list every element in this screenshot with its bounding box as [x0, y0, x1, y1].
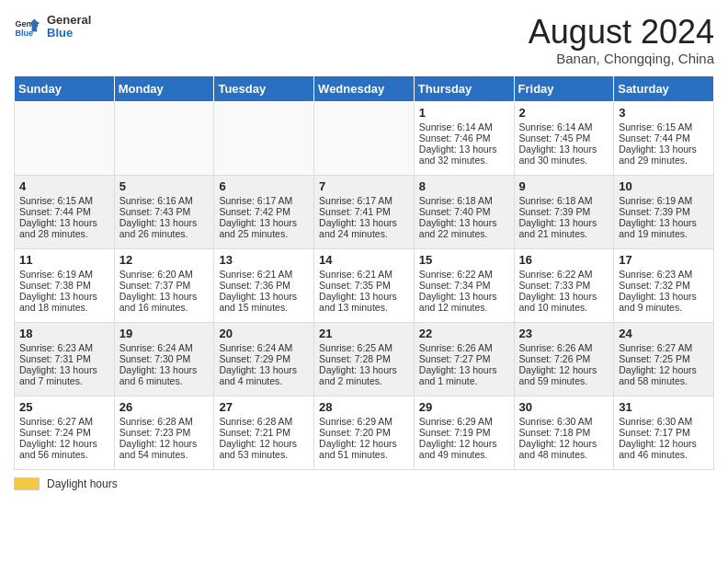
day-number: 27	[219, 400, 309, 414]
cell-text: Sunrise: 6:17 AM	[319, 195, 409, 206]
cell-text: and 7 minutes.	[19, 375, 109, 386]
day-number: 28	[319, 400, 409, 414]
cell-text: and 54 minutes.	[119, 449, 210, 460]
cell-text: Sunrise: 6:27 AM	[19, 416, 109, 427]
day-number: 26	[119, 400, 210, 414]
week-row-1: 1Sunrise: 6:14 AMSunset: 7:46 PMDaylight…	[15, 101, 714, 175]
day-number: 14	[319, 253, 409, 267]
calendar-cell: 26Sunrise: 6:28 AMSunset: 7:23 PMDayligh…	[114, 396, 214, 469]
logo-blue: Blue	[47, 27, 91, 40]
day-number: 17	[619, 253, 709, 267]
cell-text: Sunrise: 6:30 AM	[519, 416, 609, 427]
calendar-cell: 5Sunrise: 6:16 AMSunset: 7:43 PMDaylight…	[114, 175, 214, 248]
cell-text: and 28 minutes.	[19, 228, 109, 239]
cell-text: Daylight: 13 hours	[519, 291, 609, 302]
cell-text: and 53 minutes.	[219, 449, 309, 460]
cell-text: and 30 minutes.	[519, 155, 609, 166]
calendar-cell: 3Sunrise: 6:15 AMSunset: 7:44 PMDaylight…	[614, 101, 714, 175]
cell-text: Sunset: 7:43 PM	[119, 206, 210, 217]
cell-text: Daylight: 13 hours	[219, 217, 309, 228]
weekday-header-friday: Friday	[514, 75, 614, 101]
cell-text: and 18 minutes.	[19, 302, 109, 313]
cell-text: Sunset: 7:42 PM	[219, 206, 309, 217]
cell-text: Sunset: 7:39 PM	[519, 206, 609, 217]
cell-text: Sunrise: 6:29 AM	[319, 416, 409, 427]
day-number: 6	[219, 179, 309, 193]
cell-text: Daylight: 13 hours	[519, 217, 609, 228]
week-row-3: 11Sunrise: 6:19 AMSunset: 7:38 PMDayligh…	[15, 248, 714, 322]
cell-text: and 19 minutes.	[619, 228, 709, 239]
calendar: SundayMondayTuesdayWednesdayThursdayFrid…	[14, 75, 714, 470]
cell-text: and 29 minutes.	[619, 155, 709, 166]
calendar-cell: 8Sunrise: 6:18 AMSunset: 7:40 PMDaylight…	[414, 175, 514, 248]
cell-text: Daylight: 13 hours	[319, 217, 409, 228]
cell-text: Sunset: 7:18 PM	[519, 427, 609, 438]
cell-text: Daylight: 13 hours	[119, 291, 210, 302]
cell-text: Sunrise: 6:29 AM	[419, 416, 509, 427]
cell-text: Sunset: 7:36 PM	[219, 280, 309, 291]
weekday-header-tuesday: Tuesday	[214, 75, 314, 101]
cell-text: Sunset: 7:39 PM	[619, 206, 709, 217]
cell-text: and 56 minutes.	[19, 449, 109, 460]
cell-text: Daylight: 12 hours	[319, 438, 409, 449]
calendar-cell: 14Sunrise: 6:21 AMSunset: 7:35 PMDayligh…	[314, 248, 415, 322]
cell-text: Daylight: 13 hours	[19, 291, 109, 302]
calendar-cell: 13Sunrise: 6:21 AMSunset: 7:36 PMDayligh…	[214, 248, 314, 322]
calendar-cell: 9Sunrise: 6:18 AMSunset: 7:39 PMDaylight…	[514, 175, 614, 248]
cell-text: Sunrise: 6:14 AM	[419, 121, 509, 132]
calendar-cell: 7Sunrise: 6:17 AMSunset: 7:41 PMDaylight…	[314, 175, 415, 248]
day-number: 7	[319, 179, 409, 193]
cell-text: Sunrise: 6:14 AM	[519, 121, 609, 132]
cell-text: Sunrise: 6:16 AM	[119, 195, 210, 206]
cell-text: and 24 minutes.	[319, 228, 409, 239]
day-number: 18	[19, 327, 109, 340]
cell-text: Sunrise: 6:15 AM	[619, 121, 709, 132]
cell-text: and 48 minutes.	[519, 449, 609, 460]
daylight-color-box	[14, 477, 40, 490]
cell-text: Daylight: 13 hours	[419, 144, 509, 155]
calendar-cell: 30Sunrise: 6:30 AMSunset: 7:18 PMDayligh…	[514, 396, 614, 469]
cell-text: Sunset: 7:28 PM	[319, 353, 409, 364]
cell-text: Daylight: 12 hours	[519, 364, 609, 375]
cell-text: Daylight: 12 hours	[19, 438, 109, 449]
cell-text: Sunset: 7:17 PM	[619, 427, 709, 438]
day-number: 22	[419, 327, 509, 340]
footer: Daylight hours	[14, 477, 714, 490]
cell-text: and 58 minutes.	[619, 375, 709, 386]
day-number: 16	[519, 253, 609, 267]
day-number: 13	[219, 253, 309, 267]
calendar-cell: 19Sunrise: 6:24 AMSunset: 7:30 PMDayligh…	[114, 322, 214, 396]
cell-text: Sunrise: 6:30 AM	[619, 416, 709, 427]
week-row-4: 18Sunrise: 6:23 AMSunset: 7:31 PMDayligh…	[15, 322, 714, 396]
calendar-cell: 15Sunrise: 6:22 AMSunset: 7:34 PMDayligh…	[414, 248, 514, 322]
cell-text: Sunrise: 6:28 AM	[119, 416, 210, 427]
cell-text: Daylight: 12 hours	[619, 438, 709, 449]
cell-text: Sunset: 7:20 PM	[319, 427, 409, 438]
calendar-cell: 2Sunrise: 6:14 AMSunset: 7:45 PMDaylight…	[514, 101, 614, 175]
cell-text: and 4 minutes.	[219, 375, 309, 386]
cell-text: Sunrise: 6:23 AM	[619, 269, 709, 280]
cell-text: Sunrise: 6:26 AM	[419, 342, 509, 353]
day-number: 24	[619, 327, 709, 340]
cell-text: Sunrise: 6:21 AM	[319, 269, 409, 280]
day-number: 3	[619, 106, 709, 120]
logo-general: General	[47, 14, 91, 27]
calendar-cell: 31Sunrise: 6:30 AMSunset: 7:17 PMDayligh…	[614, 396, 714, 469]
cell-text: Sunrise: 6:19 AM	[19, 269, 109, 280]
cell-text: Sunset: 7:46 PM	[419, 132, 509, 144]
cell-text: Sunset: 7:23 PM	[119, 427, 210, 438]
cell-text: Daylight: 13 hours	[619, 144, 709, 155]
cell-text: and 32 minutes.	[419, 155, 509, 166]
cell-text: Sunrise: 6:24 AM	[219, 342, 309, 353]
cell-text: Daylight: 13 hours	[19, 364, 109, 375]
cell-text: Sunset: 7:38 PM	[19, 280, 109, 291]
cell-text: and 16 minutes.	[119, 302, 210, 313]
cell-text: Sunrise: 6:24 AM	[119, 342, 210, 353]
cell-text: Sunset: 7:41 PM	[319, 206, 409, 217]
cell-text: Sunset: 7:32 PM	[619, 280, 709, 291]
cell-text: Sunset: 7:25 PM	[619, 353, 709, 364]
cell-text: Sunset: 7:31 PM	[19, 353, 109, 364]
cell-text: Sunset: 7:44 PM	[619, 132, 709, 144]
cell-text: Sunset: 7:34 PM	[419, 280, 509, 291]
cell-text: Sunset: 7:24 PM	[19, 427, 109, 438]
